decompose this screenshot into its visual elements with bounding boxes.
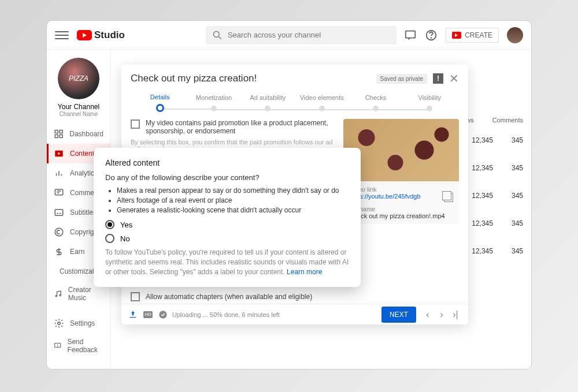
radio-yes-label: Yes (120, 221, 132, 229)
svg-rect-16 (55, 210, 63, 216)
check-circle-icon (158, 310, 168, 319)
search-icon (212, 29, 223, 41)
svg-point-30 (159, 311, 166, 318)
video-preview-panel: Video link https://youtu.be/245fvdgb Fil… (343, 119, 459, 224)
popup-title: Altered content (105, 158, 349, 167)
sidebar-item-feedback[interactable]: Send Feedback (47, 333, 110, 359)
table-row[interactable]: 12,345345 (470, 247, 523, 255)
subtitles-icon (54, 207, 64, 218)
step-checks[interactable]: Checks (349, 94, 402, 111)
popup-bullet: Alters footage of a real event or place (117, 196, 349, 204)
search-input[interactable] (228, 31, 391, 39)
learn-more-link[interactable]: Learn more (287, 268, 322, 276)
stepper: Details Monetization Ad suitability Vide… (121, 90, 468, 112)
youtube-play-icon (77, 30, 92, 40)
svg-point-26 (58, 322, 61, 325)
close-icon[interactable]: ✕ (449, 72, 459, 85)
svg-line-1 (218, 36, 221, 39)
channel-avatar: PIZZA (58, 58, 99, 99)
svg-point-25 (60, 294, 61, 296)
page-last-icon[interactable]: ›| (450, 309, 461, 320)
table-row[interactable]: 12,345345 (470, 219, 523, 227)
upload-status: Uploading ... 50% done, 6 minutes left (172, 311, 280, 318)
radio-no[interactable]: No (105, 234, 349, 243)
dollar-icon (54, 247, 64, 257)
video-link-label: Video link (349, 186, 453, 193)
step-ad-suitability[interactable]: Ad suitability (241, 94, 295, 111)
svg-point-0 (213, 31, 219, 37)
svg-rect-13 (55, 189, 62, 195)
svg-point-4 (431, 38, 432, 38)
svg-rect-2 (406, 31, 416, 38)
radio-yes[interactable]: Yes (105, 220, 349, 229)
table-row[interactable]: 12,345345 (470, 164, 523, 172)
channel-title: Your Channel (50, 103, 107, 111)
auto-chapters-label: Allow automatic chapters (when available… (146, 293, 312, 301)
channel-block[interactable]: PIZZA Your Channel Channel Name (47, 54, 110, 124)
play-box-icon (54, 148, 64, 159)
next-button[interactable]: NEXT (381, 307, 416, 323)
step-monetization[interactable]: Monetization (187, 94, 240, 111)
filename-value: Check out my pizza creation!.mp4 (349, 212, 453, 219)
feedback-icon (54, 341, 61, 351)
help-icon[interactable] (425, 29, 438, 42)
svg-point-24 (55, 295, 57, 296)
gear-icon (54, 318, 64, 328)
copyright-icon (54, 227, 64, 237)
channel-subtitle: Channel Name (50, 111, 107, 117)
paid-promo-label: My video contains paid promotion like a … (146, 119, 336, 135)
altered-content-popup: Altered content Do any of the following … (94, 148, 361, 287)
popup-question: Do any of the following describe your co… (105, 173, 349, 182)
sidebar-item-dashboard[interactable]: Dashboard (47, 124, 110, 144)
svg-rect-8 (60, 135, 62, 137)
svg-rect-7 (55, 135, 58, 137)
radio-icon (105, 220, 114, 229)
comments-icon (54, 188, 64, 198)
create-label: CREATE (465, 31, 492, 39)
paid-promo-checkbox[interactable] (131, 120, 140, 129)
step-video-elements[interactable]: Video elements (295, 94, 349, 111)
svg-point-19 (55, 228, 63, 236)
table-rows: 12,345345 12,345345 12,345345 12,345345 … (470, 136, 523, 255)
step-visibility[interactable]: Visibility (403, 94, 457, 111)
radio-icon (105, 234, 114, 243)
video-link[interactable]: https://youtu.be/245fvdgb (349, 193, 453, 200)
svg-rect-5 (55, 130, 58, 133)
popup-bullet: Makes a real person appear to say or do … (117, 186, 349, 195)
hd-icon: HD (143, 311, 153, 318)
svg-point-29 (57, 346, 58, 347)
popup-policy: To follow YouTube's policy, you're requi… (105, 248, 349, 277)
hamburger-icon[interactable] (55, 28, 69, 42)
warning-icon[interactable]: ! (433, 73, 443, 84)
camera-icon (452, 32, 461, 39)
music-icon (54, 289, 62, 299)
video-thumbnail[interactable] (343, 119, 459, 181)
radio-no-label: No (120, 234, 130, 243)
create-button[interactable]: CREATE (446, 28, 499, 43)
upload-icon (128, 310, 138, 319)
copy-icon[interactable] (444, 193, 453, 202)
page-next-icon[interactable]: › (436, 309, 447, 320)
analytics-icon (54, 168, 64, 178)
saved-status: Saved as private (376, 74, 428, 84)
step-details[interactable]: Details (133, 94, 187, 112)
table-row[interactable]: 12,345345 (470, 192, 523, 200)
chat-icon[interactable] (404, 29, 417, 42)
svg-rect-6 (60, 130, 62, 133)
search-box[interactable] (206, 26, 397, 44)
sidebar-item-settings[interactable]: Settings (47, 313, 110, 333)
popup-bullet: Generates a realistic-looking scene that… (117, 206, 349, 214)
grid-icon (54, 129, 64, 139)
logo-text: Studio (94, 29, 125, 41)
filename-label: Filename (349, 206, 453, 212)
header: Studio CREATE (47, 21, 531, 50)
modal-title: Check out my pizza creation! (131, 73, 257, 84)
table-row[interactable]: 12,345345 (470, 136, 523, 144)
youtube-studio-logo[interactable]: Studio (77, 29, 125, 41)
user-avatar[interactable] (507, 27, 523, 43)
col-comments: Comments (492, 117, 523, 124)
page-prev-icon[interactable]: ‹ (422, 309, 433, 320)
auto-chapters-checkbox[interactable] (131, 292, 140, 301)
